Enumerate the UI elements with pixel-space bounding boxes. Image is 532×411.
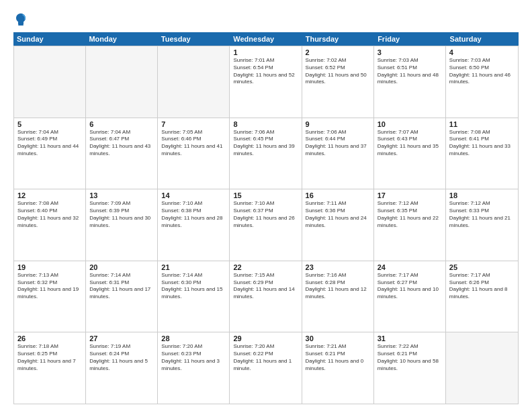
day-number: 9 xyxy=(306,120,370,128)
day-number: 24 xyxy=(378,263,442,271)
calendar-cell: 21Sunrise: 7:14 AM Sunset: 6:30 PM Dayli… xyxy=(158,261,230,332)
day-number: 28 xyxy=(161,334,226,342)
calendar-cell xyxy=(86,46,158,118)
day-info: Sunrise: 7:17 AM Sunset: 6:26 PM Dayligh… xyxy=(449,272,515,301)
day-info: Sunrise: 7:12 AM Sunset: 6:35 PM Dayligh… xyxy=(378,200,442,229)
day-number: 5 xyxy=(17,120,82,128)
day-number: 2 xyxy=(306,48,370,56)
day-number: 29 xyxy=(233,334,298,342)
calendar-cell: 22Sunrise: 7:15 AM Sunset: 6:29 PM Dayli… xyxy=(230,261,302,332)
day-number: 3 xyxy=(378,48,442,56)
calendar-cell: 17Sunrise: 7:12 AM Sunset: 6:35 PM Dayli… xyxy=(374,189,446,261)
day-number: 14 xyxy=(161,191,226,199)
weekday-header: Tuesday xyxy=(158,32,230,46)
day-info: Sunrise: 7:05 AM Sunset: 6:46 PM Dayligh… xyxy=(161,129,226,158)
calendar-cell: 23Sunrise: 7:16 AM Sunset: 6:28 PM Dayli… xyxy=(302,261,374,332)
day-number: 23 xyxy=(306,263,370,271)
calendar-cell: 10Sunrise: 7:07 AM Sunset: 6:43 PM Dayli… xyxy=(374,118,446,189)
day-info: Sunrise: 7:19 AM Sunset: 6:24 PM Dayligh… xyxy=(89,343,154,372)
day-number: 22 xyxy=(233,263,298,271)
day-info: Sunrise: 7:10 AM Sunset: 6:38 PM Dayligh… xyxy=(161,200,226,229)
day-info: Sunrise: 7:06 AM Sunset: 6:44 PM Dayligh… xyxy=(306,129,370,158)
day-number: 6 xyxy=(89,120,154,128)
calendar-row: 1Sunrise: 7:01 AM Sunset: 6:54 PM Daylig… xyxy=(14,46,518,118)
weekday-header: Friday xyxy=(374,32,446,46)
calendar-cell: 4Sunrise: 7:03 AM Sunset: 6:50 PM Daylig… xyxy=(446,46,518,118)
calendar-cell: 27Sunrise: 7:19 AM Sunset: 6:24 PM Dayli… xyxy=(86,332,158,404)
calendar-row: 5Sunrise: 7:04 AM Sunset: 6:49 PM Daylig… xyxy=(14,118,518,190)
day-number: 18 xyxy=(449,191,515,199)
calendar-cell: 25Sunrise: 7:17 AM Sunset: 6:26 PM Dayli… xyxy=(446,261,518,332)
day-number: 10 xyxy=(378,120,442,128)
calendar-cell: 5Sunrise: 7:04 AM Sunset: 6:49 PM Daylig… xyxy=(14,118,86,189)
day-info: Sunrise: 7:08 AM Sunset: 6:41 PM Dayligh… xyxy=(449,129,515,158)
day-info: Sunrise: 7:21 AM Sunset: 6:21 PM Dayligh… xyxy=(306,343,370,372)
day-info: Sunrise: 7:15 AM Sunset: 6:29 PM Dayligh… xyxy=(233,272,298,301)
logo xyxy=(13,12,31,27)
calendar-cell: 18Sunrise: 7:12 AM Sunset: 6:33 PM Dayli… xyxy=(446,189,518,261)
weekday-header: Wednesday xyxy=(230,32,302,46)
weekday-header: Sunday xyxy=(13,32,85,46)
day-info: Sunrise: 7:13 AM Sunset: 6:32 PM Dayligh… xyxy=(17,272,82,301)
day-number: 11 xyxy=(449,120,515,128)
day-number: 8 xyxy=(233,120,298,128)
calendar-cell: 3Sunrise: 7:03 AM Sunset: 6:51 PM Daylig… xyxy=(374,46,446,118)
day-info: Sunrise: 7:08 AM Sunset: 6:40 PM Dayligh… xyxy=(17,200,82,229)
calendar-cell: 16Sunrise: 7:11 AM Sunset: 6:36 PM Dayli… xyxy=(302,189,374,261)
day-info: Sunrise: 7:12 AM Sunset: 6:33 PM Dayligh… xyxy=(449,200,515,229)
day-number: 30 xyxy=(306,334,370,342)
svg-rect-0 xyxy=(18,24,24,26)
logo-icon xyxy=(13,12,28,27)
day-number: 13 xyxy=(89,191,154,199)
calendar-header: SundayMondayTuesdayWednesdayThursdayFrid… xyxy=(13,32,519,46)
day-number: 20 xyxy=(89,263,154,271)
calendar-body: 1Sunrise: 7:01 AM Sunset: 6:54 PM Daylig… xyxy=(14,46,518,404)
calendar-cell: 29Sunrise: 7:20 AM Sunset: 6:22 PM Dayli… xyxy=(230,332,302,404)
day-number: 16 xyxy=(306,191,370,199)
day-number: 31 xyxy=(378,334,442,342)
day-info: Sunrise: 7:16 AM Sunset: 6:28 PM Dayligh… xyxy=(306,272,370,301)
day-number: 21 xyxy=(161,263,226,271)
calendar-cell: 12Sunrise: 7:08 AM Sunset: 6:40 PM Dayli… xyxy=(14,189,86,261)
day-info: Sunrise: 7:14 AM Sunset: 6:30 PM Dayligh… xyxy=(161,272,226,301)
day-number: 15 xyxy=(233,191,298,199)
day-number: 4 xyxy=(449,48,515,56)
calendar-cell: 26Sunrise: 7:18 AM Sunset: 6:25 PM Dayli… xyxy=(14,332,86,404)
day-info: Sunrise: 7:17 AM Sunset: 6:27 PM Dayligh… xyxy=(378,272,442,301)
calendar-cell: 30Sunrise: 7:21 AM Sunset: 6:21 PM Dayli… xyxy=(302,332,374,404)
calendar-cell: 31Sunrise: 7:22 AM Sunset: 6:21 PM Dayli… xyxy=(374,332,446,404)
weekday-header: Thursday xyxy=(302,32,374,46)
day-number: 26 xyxy=(17,334,82,342)
weekday-header: Saturday xyxy=(447,32,519,46)
page-header xyxy=(13,12,519,27)
day-info: Sunrise: 7:11 AM Sunset: 6:36 PM Dayligh… xyxy=(306,200,370,229)
calendar-cell: 19Sunrise: 7:13 AM Sunset: 6:32 PM Dayli… xyxy=(14,261,86,332)
day-number: 27 xyxy=(89,334,154,342)
calendar-row: 19Sunrise: 7:13 AM Sunset: 6:32 PM Dayli… xyxy=(14,261,518,333)
day-number: 19 xyxy=(17,263,82,271)
day-info: Sunrise: 7:18 AM Sunset: 6:25 PM Dayligh… xyxy=(17,343,82,372)
calendar-cell: 13Sunrise: 7:09 AM Sunset: 6:39 PM Dayli… xyxy=(86,189,158,261)
calendar-cell: 6Sunrise: 7:04 AM Sunset: 6:47 PM Daylig… xyxy=(86,118,158,189)
day-info: Sunrise: 7:04 AM Sunset: 6:47 PM Dayligh… xyxy=(89,129,154,158)
calendar-cell: 11Sunrise: 7:08 AM Sunset: 6:41 PM Dayli… xyxy=(446,118,518,189)
day-number: 25 xyxy=(449,263,515,271)
calendar-cell: 20Sunrise: 7:14 AM Sunset: 6:31 PM Dayli… xyxy=(86,261,158,332)
day-info: Sunrise: 7:02 AM Sunset: 6:52 PM Dayligh… xyxy=(306,57,370,86)
day-number: 1 xyxy=(233,48,298,56)
calendar-cell xyxy=(158,46,230,118)
day-info: Sunrise: 7:20 AM Sunset: 6:22 PM Dayligh… xyxy=(233,343,298,372)
weekday-header: Monday xyxy=(85,32,157,46)
day-info: Sunrise: 7:07 AM Sunset: 6:43 PM Dayligh… xyxy=(378,129,442,158)
day-info: Sunrise: 7:04 AM Sunset: 6:49 PM Dayligh… xyxy=(17,129,82,158)
calendar-cell xyxy=(446,332,518,404)
day-info: Sunrise: 7:14 AM Sunset: 6:31 PM Dayligh… xyxy=(89,272,154,301)
calendar-row: 26Sunrise: 7:18 AM Sunset: 6:25 PM Dayli… xyxy=(14,332,518,404)
day-info: Sunrise: 7:01 AM Sunset: 6:54 PM Dayligh… xyxy=(233,57,298,86)
calendar-row: 12Sunrise: 7:08 AM Sunset: 6:40 PM Dayli… xyxy=(14,189,518,261)
day-info: Sunrise: 7:22 AM Sunset: 6:21 PM Dayligh… xyxy=(378,343,442,372)
calendar-cell: 1Sunrise: 7:01 AM Sunset: 6:54 PM Daylig… xyxy=(230,46,302,118)
day-number: 12 xyxy=(17,191,82,199)
calendar-cell: 7Sunrise: 7:05 AM Sunset: 6:46 PM Daylig… xyxy=(158,118,230,189)
calendar-cell: 8Sunrise: 7:06 AM Sunset: 6:45 PM Daylig… xyxy=(230,118,302,189)
